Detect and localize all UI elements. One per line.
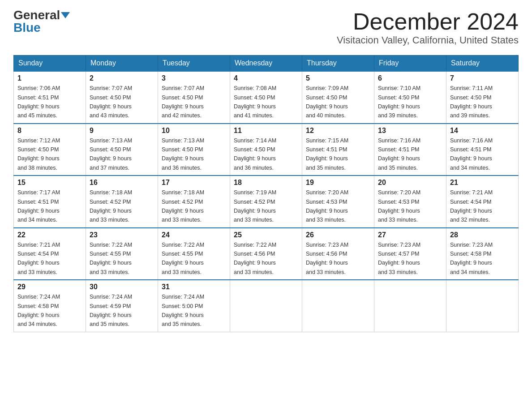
calendar-day-cell: [230, 280, 302, 332]
calendar-day-cell: 11 Sunrise: 7:14 AMSunset: 4:50 PMDaylig…: [230, 124, 302, 176]
day-info: Sunrise: 7:23 AMSunset: 4:56 PMDaylight:…: [306, 242, 348, 275]
day-number: 25: [234, 231, 298, 239]
calendar-day-cell: 20 Sunrise: 7:20 AMSunset: 4:53 PMDaylig…: [374, 176, 446, 228]
day-info: Sunrise: 7:18 AMSunset: 4:52 PMDaylight:…: [90, 189, 132, 223]
day-info: Sunrise: 7:10 AMSunset: 4:50 PMDaylight:…: [378, 85, 420, 119]
day-number: 31: [162, 283, 226, 291]
day-number: 29: [17, 283, 82, 291]
calendar-table: SundayMondayTuesdayWednesdayThursdayFrid…: [13, 55, 519, 332]
day-number: 26: [306, 231, 370, 239]
logo: General Blue: [13, 9, 70, 34]
calendar-day-cell: [374, 280, 446, 332]
calendar-day-cell: 5 Sunrise: 7:09 AMSunset: 4:50 PMDayligh…: [302, 71, 374, 124]
day-info: Sunrise: 7:20 AMSunset: 4:53 PMDaylight:…: [306, 189, 348, 223]
calendar-day-cell: 13 Sunrise: 7:16 AMSunset: 4:51 PMDaylig…: [374, 124, 446, 176]
calendar-day-cell: 15 Sunrise: 7:17 AMSunset: 4:51 PMDaylig…: [14, 176, 86, 228]
day-info: Sunrise: 7:22 AMSunset: 4:55 PMDaylight:…: [90, 242, 132, 275]
day-number: 7: [450, 74, 515, 82]
calendar-day-cell: 21 Sunrise: 7:21 AMSunset: 4:54 PMDaylig…: [446, 176, 519, 228]
day-info: Sunrise: 7:16 AMSunset: 4:51 PMDaylight:…: [378, 137, 420, 171]
day-number: 12: [306, 127, 370, 135]
day-info: Sunrise: 7:21 AMSunset: 4:54 PMDaylight:…: [450, 189, 493, 223]
day-info: Sunrise: 7:13 AMSunset: 4:50 PMDaylight:…: [90, 137, 132, 171]
calendar-day-cell: 1 Sunrise: 7:06 AMSunset: 4:51 PMDayligh…: [14, 71, 86, 124]
calendar-day-cell: 18 Sunrise: 7:19 AMSunset: 4:52 PMDaylig…: [230, 176, 302, 228]
calendar-day-header: Wednesday: [230, 56, 302, 72]
calendar-day-cell: 16 Sunrise: 7:18 AMSunset: 4:52 PMDaylig…: [86, 176, 158, 228]
calendar-day-cell: 9 Sunrise: 7:13 AMSunset: 4:50 PMDayligh…: [86, 124, 158, 176]
calendar-day-cell: 25 Sunrise: 7:22 AMSunset: 4:56 PMDaylig…: [230, 228, 302, 280]
calendar-day-cell: 14 Sunrise: 7:16 AMSunset: 4:51 PMDaylig…: [446, 124, 519, 176]
day-number: 11: [234, 127, 298, 135]
day-number: 15: [17, 179, 82, 187]
month-title: December 2024: [337, 9, 519, 34]
day-number: 5: [306, 74, 370, 82]
day-number: 20: [378, 179, 442, 187]
calendar-day-header: Tuesday: [158, 56, 230, 72]
calendar-day-cell: 19 Sunrise: 7:20 AMSunset: 4:53 PMDaylig…: [302, 176, 374, 228]
logo-triangle-icon: [61, 12, 70, 18]
calendar-header-row: SundayMondayTuesdayWednesdayThursdayFrid…: [14, 56, 519, 72]
day-number: 18: [234, 179, 298, 187]
day-number: 1: [17, 74, 82, 82]
day-info: Sunrise: 7:22 AMSunset: 4:56 PMDaylight:…: [234, 242, 276, 275]
day-number: 3: [162, 74, 226, 82]
calendar-day-cell: 27 Sunrise: 7:23 AMSunset: 4:57 PMDaylig…: [374, 228, 446, 280]
day-info: Sunrise: 7:16 AMSunset: 4:51 PMDaylight:…: [450, 137, 493, 171]
day-info: Sunrise: 7:07 AMSunset: 4:50 PMDaylight:…: [162, 85, 204, 119]
day-info: Sunrise: 7:17 AMSunset: 4:51 PMDaylight:…: [17, 189, 60, 223]
calendar-day-cell: 23 Sunrise: 7:22 AMSunset: 4:55 PMDaylig…: [86, 228, 158, 280]
calendar-day-header: Friday: [374, 56, 446, 72]
calendar-week-row: 22 Sunrise: 7:21 AMSunset: 4:54 PMDaylig…: [14, 228, 519, 280]
day-number: 27: [378, 231, 442, 239]
calendar-day-header: Sunday: [14, 56, 86, 72]
calendar-day-cell: 28 Sunrise: 7:23 AMSunset: 4:58 PMDaylig…: [446, 228, 519, 280]
calendar-day-cell: 24 Sunrise: 7:22 AMSunset: 4:55 PMDaylig…: [158, 228, 230, 280]
day-info: Sunrise: 7:14 AMSunset: 4:50 PMDaylight:…: [234, 137, 276, 171]
day-number: 22: [17, 231, 82, 239]
calendar-day-cell: 31 Sunrise: 7:24 AMSunset: 5:00 PMDaylig…: [158, 280, 230, 332]
day-number: 21: [450, 179, 515, 187]
calendar-day-cell: 26 Sunrise: 7:23 AMSunset: 4:56 PMDaylig…: [302, 228, 374, 280]
day-info: Sunrise: 7:24 AMSunset: 4:59 PMDaylight:…: [90, 294, 132, 327]
day-info: Sunrise: 7:22 AMSunset: 4:55 PMDaylight:…: [162, 242, 204, 275]
day-number: 2: [90, 74, 154, 82]
calendar-week-row: 29 Sunrise: 7:24 AMSunset: 4:58 PMDaylig…: [14, 280, 519, 332]
day-info: Sunrise: 7:07 AMSunset: 4:50 PMDaylight:…: [90, 85, 132, 119]
logo-blue-text: Blue: [13, 21, 41, 34]
location-title: Visitacion Valley, California, United St…: [337, 34, 519, 46]
day-number: 17: [162, 179, 226, 187]
calendar-day-cell: 6 Sunrise: 7:10 AMSunset: 4:50 PMDayligh…: [374, 71, 446, 124]
calendar-week-row: 8 Sunrise: 7:12 AMSunset: 4:50 PMDayligh…: [14, 124, 519, 176]
day-number: 16: [90, 179, 154, 187]
day-number: 13: [378, 127, 442, 135]
logo-general-text: General: [13, 9, 60, 21]
calendar-day-cell: 3 Sunrise: 7:07 AMSunset: 4:50 PMDayligh…: [158, 71, 230, 124]
page-header: General Blue December 2024 Visitacion Va…: [13, 9, 519, 46]
day-number: 9: [90, 127, 154, 135]
day-info: Sunrise: 7:20 AMSunset: 4:53 PMDaylight:…: [378, 189, 420, 223]
calendar-day-cell: 4 Sunrise: 7:08 AMSunset: 4:50 PMDayligh…: [230, 71, 302, 124]
calendar-day-cell: 17 Sunrise: 7:18 AMSunset: 4:52 PMDaylig…: [158, 176, 230, 228]
calendar-day-cell: 2 Sunrise: 7:07 AMSunset: 4:50 PMDayligh…: [86, 71, 158, 124]
day-number: 8: [17, 127, 82, 135]
calendar-day-header: Monday: [86, 56, 158, 72]
day-number: 23: [90, 231, 154, 239]
day-number: 10: [162, 127, 226, 135]
day-info: Sunrise: 7:24 AMSunset: 4:58 PMDaylight:…: [17, 294, 60, 327]
calendar-day-header: Thursday: [302, 56, 374, 72]
day-info: Sunrise: 7:21 AMSunset: 4:54 PMDaylight:…: [17, 242, 60, 275]
day-info: Sunrise: 7:12 AMSunset: 4:50 PMDaylight:…: [17, 137, 60, 171]
day-info: Sunrise: 7:13 AMSunset: 4:50 PMDaylight:…: [162, 137, 204, 171]
day-number: 24: [162, 231, 226, 239]
day-info: Sunrise: 7:23 AMSunset: 4:58 PMDaylight:…: [450, 242, 493, 275]
calendar-day-cell: 8 Sunrise: 7:12 AMSunset: 4:50 PMDayligh…: [14, 124, 86, 176]
calendar-day-header: Saturday: [446, 56, 519, 72]
calendar-week-row: 1 Sunrise: 7:06 AMSunset: 4:51 PMDayligh…: [14, 71, 519, 124]
calendar-day-cell: 22 Sunrise: 7:21 AMSunset: 4:54 PMDaylig…: [14, 228, 86, 280]
day-info: Sunrise: 7:19 AMSunset: 4:52 PMDaylight:…: [234, 189, 276, 223]
day-number: 28: [450, 231, 515, 239]
calendar-day-cell: 30 Sunrise: 7:24 AMSunset: 4:59 PMDaylig…: [86, 280, 158, 332]
day-info: Sunrise: 7:23 AMSunset: 4:57 PMDaylight:…: [378, 242, 420, 275]
calendar-week-row: 15 Sunrise: 7:17 AMSunset: 4:51 PMDaylig…: [14, 176, 519, 228]
